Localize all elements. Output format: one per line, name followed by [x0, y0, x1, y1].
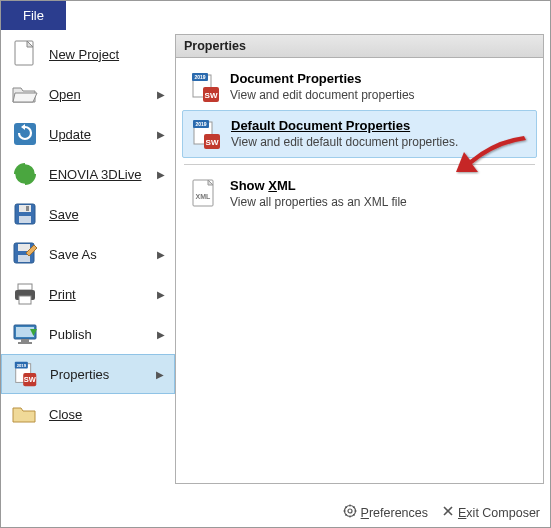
- menu-enovia[interactable]: ENOVIA 3DLive ▶: [1, 154, 175, 194]
- file-tab[interactable]: File: [1, 1, 66, 30]
- preferences-label: Preferences: [361, 506, 428, 520]
- svg-rect-12: [18, 284, 32, 290]
- chevron-right-icon: ▶: [153, 169, 169, 180]
- xml-icon: XML: [188, 177, 222, 211]
- prop-desc: View all properties as an XML file: [230, 195, 407, 209]
- svg-point-39: [348, 509, 352, 513]
- prop-title: Show XML: [230, 178, 407, 193]
- svg-rect-10: [18, 244, 30, 251]
- panel-header: Properties: [176, 35, 543, 58]
- default-document-properties-icon: 2019SW: [189, 117, 223, 151]
- prop-desc: View and edit default document propertie…: [231, 135, 458, 149]
- menu-label: Save As: [49, 247, 153, 262]
- prop-document-properties[interactable]: 2019SW Document Properties View and edit…: [182, 64, 537, 110]
- prop-text: Show XML View all properties as an XML f…: [230, 177, 407, 211]
- svg-rect-6: [19, 205, 31, 212]
- prop-default-document-properties[interactable]: 2019SW Default Document Properties View …: [182, 110, 537, 158]
- prop-desc: View and edit document properties: [230, 88, 415, 102]
- chevron-right-icon: ▶: [152, 369, 168, 380]
- main-row: New Project Open ▶ Update ▶ ENOVIA 3DLiv…: [1, 30, 550, 488]
- menu-new-project[interactable]: New Project: [1, 34, 175, 74]
- menu-open[interactable]: Open ▶: [1, 74, 175, 114]
- svg-rect-17: [21, 339, 29, 342]
- print-icon: [11, 280, 39, 308]
- properties-icon: 2019SW: [12, 360, 40, 388]
- exit-composer-button[interactable]: Exit Composer: [442, 504, 540, 521]
- menu-label: Save: [49, 207, 169, 222]
- update-icon: [11, 120, 39, 148]
- menu-close[interactable]: Close: [1, 394, 175, 434]
- svg-rect-7: [19, 216, 31, 223]
- save-icon: [11, 200, 39, 228]
- footer: Preferences Exit Composer: [343, 504, 540, 521]
- svg-rect-18: [18, 342, 32, 344]
- divider: [184, 164, 535, 165]
- chevron-right-icon: ▶: [153, 129, 169, 140]
- menu-publish[interactable]: Publish ▶: [1, 314, 175, 354]
- prop-title: Document Properties: [230, 71, 415, 86]
- chevron-right-icon: ▶: [153, 289, 169, 300]
- publish-icon: [11, 320, 39, 348]
- menu-label: Update: [49, 127, 153, 142]
- chevron-right-icon: ▶: [153, 89, 169, 100]
- menu-label: Close: [49, 407, 169, 422]
- menu-label: Open: [49, 87, 153, 102]
- prop-text: Default Document Properties View and edi…: [231, 117, 458, 151]
- exit-label: Exit Composer: [458, 506, 540, 520]
- save-as-icon: [11, 240, 39, 268]
- menu-label: New Project: [49, 47, 169, 62]
- properties-panel: Properties 2019SW Document Properties Vi…: [175, 34, 544, 484]
- svg-rect-11: [18, 255, 30, 262]
- menu-save-as[interactable]: Save As ▶: [1, 234, 175, 274]
- new-project-icon: [11, 40, 39, 68]
- menu-label: Print: [49, 287, 153, 302]
- document-properties-icon: 2019SW: [188, 70, 222, 104]
- menu-update[interactable]: Update ▶: [1, 114, 175, 154]
- svg-text:2019: 2019: [17, 363, 27, 368]
- prop-text: Document Properties View and edit docume…: [230, 70, 415, 104]
- svg-text:XML: XML: [196, 193, 212, 200]
- open-folder-icon: [11, 80, 39, 108]
- svg-text:SW: SW: [24, 375, 37, 384]
- menu-save[interactable]: Save: [1, 194, 175, 234]
- file-menu: New Project Open ▶ Update ▶ ENOVIA 3DLiv…: [1, 30, 175, 488]
- menu-label: Properties: [50, 367, 152, 382]
- svg-rect-14: [19, 296, 31, 304]
- gear-icon: [343, 504, 357, 521]
- panel-body: 2019SW Document Properties View and edit…: [176, 58, 543, 223]
- svg-text:2019: 2019: [195, 121, 206, 127]
- svg-rect-8: [26, 206, 29, 211]
- menu-label: ENOVIA 3DLive: [49, 167, 153, 182]
- close-icon: [442, 505, 454, 520]
- svg-text:2019: 2019: [194, 74, 205, 80]
- prop-title: Default Document Properties: [231, 118, 458, 133]
- svg-rect-16: [16, 327, 34, 337]
- menu-label: Publish: [49, 327, 153, 342]
- svg-text:SW: SW: [206, 138, 219, 147]
- prop-show-xml[interactable]: XML Show XML View all properties as an X…: [182, 171, 537, 217]
- chevron-right-icon: ▶: [153, 329, 169, 340]
- preferences-button[interactable]: Preferences: [343, 504, 428, 521]
- svg-text:SW: SW: [205, 91, 218, 100]
- menu-properties[interactable]: 2019SW Properties ▶: [1, 354, 175, 394]
- enovia-icon: [11, 160, 39, 188]
- close-folder-icon: [11, 400, 39, 428]
- chevron-right-icon: ▶: [153, 249, 169, 260]
- menu-print[interactable]: Print ▶: [1, 274, 175, 314]
